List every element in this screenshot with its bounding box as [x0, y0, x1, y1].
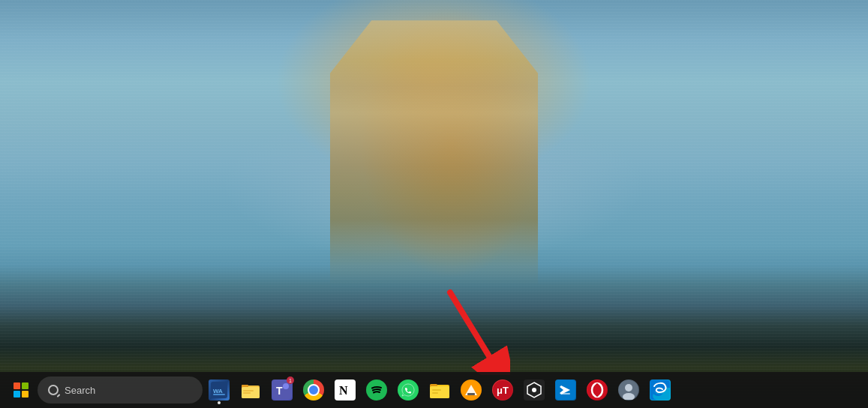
svg-point-28: [532, 388, 536, 392]
start-button[interactable]: [6, 374, 36, 406]
taskbar-item-file-explorer[interactable]: [236, 374, 266, 406]
svg-rect-24: [467, 393, 475, 395]
taskbar-item-edge[interactable]: [645, 374, 675, 406]
edge-icon: [650, 380, 671, 400]
svg-point-12: [283, 383, 289, 389]
svg-rect-8: [243, 390, 254, 392]
spotify-icon: [366, 380, 387, 400]
taskbar-item-files[interactable]: [425, 374, 455, 406]
svg-text:WA: WA: [213, 388, 223, 394]
svg-rect-9: [243, 392, 251, 394]
search-icon: [48, 385, 59, 395]
notion-icon: N: [335, 380, 356, 400]
vlc-icon: [461, 380, 482, 400]
taskbar-item-notion[interactable]: N: [330, 374, 360, 406]
search-bar[interactable]: Search: [38, 376, 203, 404]
svg-text:T: T: [276, 385, 283, 397]
svg-rect-19: [430, 386, 449, 398]
teams-badge: 1: [287, 376, 294, 384]
wallpaper: [0, 0, 868, 408]
files-icon: [429, 380, 450, 400]
taskbar-item-opera[interactable]: [582, 374, 612, 406]
svg-text:μT: μT: [497, 385, 509, 396]
svg-rect-30: [561, 393, 570, 394]
svg-point-33: [595, 383, 600, 397]
taskbar-item-unity[interactable]: [519, 374, 549, 406]
vscode-icon: [555, 380, 576, 400]
desktop: Search WA: [0, 0, 868, 408]
bittorrent-icon: μT: [492, 380, 513, 400]
svg-rect-21: [432, 392, 438, 394]
taskbar-item-whatsapp[interactable]: [393, 374, 423, 406]
svg-point-35: [625, 384, 632, 392]
taskbar-item-profile[interactable]: [614, 374, 644, 406]
taskbar-item-winamp[interactable]: WA: [204, 374, 234, 406]
red-arrow: [435, 285, 510, 375]
active-indicator: [218, 401, 221, 404]
windows-logo-icon: [14, 382, 29, 398]
winamp-icon: WA: [209, 380, 230, 400]
svg-rect-20: [432, 389, 441, 391]
unity-icon: [524, 380, 545, 400]
svg-line-1: [450, 292, 489, 356]
opera-icon: [587, 380, 608, 400]
chrome-icon: [303, 380, 324, 400]
taskbar-item-teams[interactable]: T 1: [267, 374, 297, 406]
taskbar-item-bittorrent[interactable]: μT: [488, 374, 518, 406]
taskbar-item-vlc[interactable]: [456, 374, 486, 406]
whatsapp-icon: [398, 380, 419, 400]
taskbar: Search WA: [0, 372, 868, 408]
profile-icon: [618, 380, 639, 400]
taskbar-item-vscode[interactable]: [551, 374, 581, 406]
search-label: Search: [65, 385, 95, 396]
taskbar-item-spotify[interactable]: [362, 374, 392, 406]
svg-text:N: N: [339, 384, 348, 397]
svg-rect-4: [213, 394, 225, 395]
taskbar-item-chrome[interactable]: [299, 374, 329, 406]
file-explorer-icon: [240, 380, 261, 400]
